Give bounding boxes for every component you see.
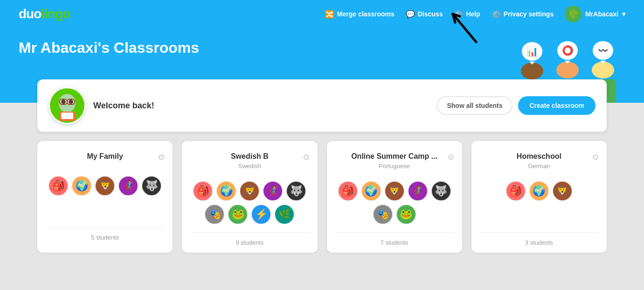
logo: duolingo — [19, 7, 70, 21]
student-avatar: 🎒 — [48, 176, 69, 196]
classroom-card[interactable]: Homeschool ⚙ German 🎒🌍🦁 3 students — [471, 141, 607, 253]
student-avatar: 🌍 — [361, 181, 381, 201]
welcome-bar: Welcome back! Show all students Create c… — [37, 79, 607, 132]
student-avatar: 🦁 — [384, 181, 405, 201]
username-label: MrAbacaxi — [585, 10, 618, 18]
student-avatar: 🐸 — [396, 204, 416, 225]
avatar: 🌵 — [565, 6, 582, 22]
avatars-container: 🎒🌍🦁 — [479, 177, 599, 228]
privacy-settings-link[interactable]: ⚙️ Privacy settings — [492, 10, 554, 19]
welcome-actions: Show all students Create classroom — [436, 96, 596, 115]
discuss-link[interactable]: 💬 Discuss — [406, 10, 443, 19]
circle-icon: ⭕ — [562, 45, 574, 56]
merge-classrooms-link[interactable]: 🔀 Merge classrooms — [325, 10, 395, 19]
student-avatar: 🦁 — [239, 181, 260, 201]
chevron-down-icon: ▾ — [622, 10, 625, 18]
student-avatar: 🦸 — [408, 181, 428, 201]
wave-icon: 〰️ — [598, 45, 608, 56]
classroom-name: My Family — [87, 152, 123, 161]
privacy-settings-label: Privacy settings — [504, 10, 554, 18]
student-avatar: 🌍 — [71, 176, 92, 196]
welcome-left: Welcome back! — [48, 87, 154, 124]
discuss-icon: 💬 — [406, 10, 415, 19]
student-avatar: 🎒 — [506, 181, 526, 201]
avatars-container: 🎒🌍🦁🦸🐺🎭🐸⚡🌿 — [189, 177, 310, 228]
settings-gear-icon[interactable]: ⚙ — [447, 152, 455, 163]
student-avatar: 🐺 — [286, 181, 306, 201]
student-avatar: 🦸 — [263, 181, 283, 201]
student-avatar: 🐸 — [228, 204, 248, 225]
student-count: 5 students — [45, 227, 165, 248]
welcome-text: Welcome back! — [93, 101, 154, 111]
arrow-decoration — [443, 5, 481, 53]
classroom-header: Homeschool ⚙ — [479, 152, 599, 161]
settings-gear-icon[interactable]: ⚙ — [303, 152, 310, 163]
student-avatar: 🎒 — [193, 181, 213, 201]
svg-point-5 — [69, 99, 73, 104]
student-avatar: 🌍 — [529, 181, 549, 201]
head-3 — [592, 62, 614, 78]
student-avatar: 🌿 — [274, 204, 295, 225]
classroom-language: German — [479, 163, 599, 170]
classroom-card[interactable]: Swedish B ⚙ Swedish 🎒🌍🦁🦸🐺🎭🐸⚡🌿 9 students — [182, 141, 317, 253]
classroom-card[interactable]: Online Summer Camp ... ⚙ Portuguese 🎒🌍🦁🦸… — [327, 141, 462, 253]
navbar: duolingo 🔀 Merge classrooms 💬 Discuss ⚙️… — [19, 0, 625, 28]
user-menu[interactable]: 🌵 MrAbacaxi ▾ — [565, 6, 625, 22]
logo-duo: duo — [19, 7, 41, 21]
settings-gear-icon[interactable]: ⚙ — [158, 152, 165, 163]
bar-chart-icon: 📊 — [526, 46, 538, 57]
head-2 — [556, 62, 579, 78]
logo-lingo: lingo — [41, 7, 70, 21]
classroom-card[interactable]: My Family ⚙ 🎒🌍🦁🦸🐺 5 students — [37, 141, 173, 253]
student-count: 9 students — [189, 232, 310, 253]
student-avatar: 🎒 — [338, 181, 358, 201]
show-all-students-button[interactable]: Show all students — [436, 96, 512, 115]
student-count: 7 students — [334, 232, 455, 253]
mascot-avatar — [48, 87, 86, 124]
classroom-header: Online Summer Camp ... ⚙ — [334, 152, 455, 161]
merge-icon: 🔀 — [325, 10, 334, 19]
student-avatar: 🎭 — [373, 204, 393, 225]
student-avatar: 🐺 — [431, 181, 451, 201]
classroom-name: Swedish B — [231, 152, 269, 161]
head-1 — [521, 63, 543, 79]
student-avatar: 🦸 — [118, 176, 138, 196]
classroom-language: Portuguese — [334, 163, 455, 170]
student-avatar: 🐺 — [141, 176, 162, 196]
classroom-language: Swedish — [189, 163, 310, 170]
settings-gear-icon[interactable]: ⚙ — [592, 152, 599, 163]
classroom-name: Homeschool — [517, 152, 561, 161]
student-avatar: ⚡ — [251, 204, 271, 225]
discuss-label: Discuss — [418, 10, 443, 18]
student-count: 3 students — [479, 232, 599, 253]
avatars-container: 🎒🌍🦁🦸🐺🎭🐸 — [334, 177, 455, 228]
classroom-name: Online Summer Camp ... — [351, 152, 437, 161]
privacy-icon: ⚙️ — [492, 10, 501, 19]
user-icon: 🌵 — [568, 8, 579, 20]
classroom-header: Swedish B ⚙ — [189, 152, 310, 161]
avatars-container: 🎒🌍🦁🦸🐺 — [45, 172, 165, 223]
merge-classrooms-label: Merge classrooms — [337, 10, 395, 18]
create-classroom-button[interactable]: Create classroom — [518, 96, 596, 115]
classroom-header: My Family ⚙ — [45, 152, 165, 161]
main-content: Welcome back! Show all students Create c… — [0, 79, 644, 271]
student-avatar: 🎭 — [204, 204, 225, 225]
student-avatar: 🦁 — [95, 176, 115, 196]
student-avatar: 🦁 — [552, 181, 573, 201]
classrooms-grid: My Family ⚙ 🎒🌍🦁🦸🐺 5 students Swedish B ⚙… — [37, 141, 607, 253]
student-avatar: 🌍 — [216, 181, 236, 201]
svg-point-4 — [61, 99, 66, 104]
